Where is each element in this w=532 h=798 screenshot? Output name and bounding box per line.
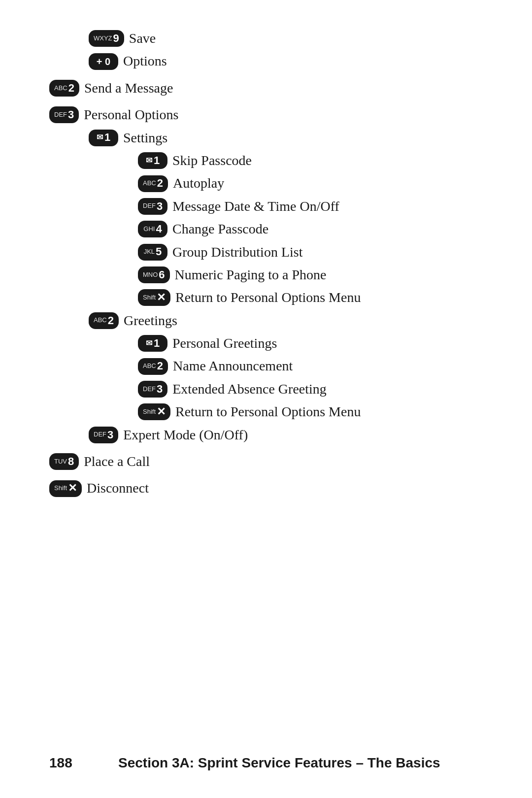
key-label: JKL [144, 248, 155, 256]
item-text: Personal Greetings [172, 334, 277, 352]
key-badge: ABC 2 [138, 175, 168, 192]
item-text: Extended Absence Greeting [172, 380, 327, 398]
item-text: Group Distribution List [172, 243, 302, 261]
key-label: Shift [54, 484, 67, 493]
key-badge: ABC 2 [89, 312, 119, 329]
item-text: Place a Call [84, 453, 150, 470]
item-text: Return to Personal Options Menu [175, 289, 361, 306]
menu-item: Shift✕Return to Personal Options Menu [138, 403, 483, 421]
key-badge: ✉1 [89, 130, 118, 146]
key-label: Shift [143, 294, 156, 302]
menu-item: WXYZ 9Save [89, 30, 483, 47]
key-number: ✕ [68, 481, 77, 496]
key-badge: DEF 3 [49, 106, 79, 123]
key-badge: DEF 3 [138, 198, 167, 215]
menu-item: ABC 2Send a Message [49, 79, 483, 97]
key-number: 9 [113, 32, 119, 46]
key-badge: GHI 4 [138, 221, 167, 237]
key-number: 2 [68, 81, 74, 96]
key-badge: WXYZ 9 [89, 30, 124, 47]
item-text: Save [129, 30, 156, 47]
key-badge: JKL 5 [138, 244, 167, 261]
key-badge: Shift✕ [49, 480, 82, 497]
key-number: 3 [107, 428, 113, 442]
item-text: Greetings [124, 312, 177, 330]
envelope-icon: ✉ [146, 156, 152, 166]
menu-item: ABC 2Greetings [89, 312, 483, 330]
menu-item: DEF 3Personal Options [49, 106, 483, 124]
key-label: WXYZ [94, 34, 112, 43]
envelope-icon: ✉ [97, 133, 103, 143]
menu-item: Shift✕Disconnect [49, 479, 483, 497]
item-text: Autoplay [173, 174, 224, 192]
menu-item: Shift✕Return to Personal Options Menu [138, 289, 483, 306]
menu-item: MNO 6Numeric Paging to a Phone [138, 266, 483, 284]
key-badge: ABC 2 [138, 358, 168, 375]
item-text: Disconnect [87, 479, 149, 497]
item-text: Numeric Paging to a Phone [175, 266, 327, 284]
key-label: GHI [143, 225, 155, 233]
key-number: 1 [154, 336, 160, 351]
key-badge: DEF 3 [138, 381, 167, 398]
key-number: 8 [68, 455, 74, 469]
item-text: Personal Options [84, 106, 178, 124]
key-number: 4 [156, 222, 162, 236]
key-badge: ABC 2 [49, 80, 79, 97]
item-text: Message Date & Time On/Off [172, 198, 339, 215]
key-number: 2 [157, 359, 163, 373]
key-label: DEF [143, 385, 156, 394]
key-number: 3 [157, 382, 163, 397]
key-number: ✕ [157, 291, 166, 305]
key-label: ABC [143, 179, 156, 188]
item-text: Return to Personal Options Menu [175, 403, 361, 421]
key-badge: DEF 3 [89, 427, 118, 443]
footer-title: Section 3A: Sprint Service Features – Th… [118, 755, 440, 771]
item-text: Settings [123, 129, 167, 147]
key-number: 1 [104, 131, 110, 145]
page-number: 188 [49, 755, 89, 771]
key-number: 6 [159, 268, 165, 282]
menu-item: DEF 3Message Date & Time On/Off [138, 198, 483, 215]
key-label: DEF [54, 111, 67, 119]
key-label: DEF [143, 202, 156, 210]
key-badge: Shift✕ [138, 403, 170, 420]
key-number: 1 [154, 154, 160, 168]
menu-item: GHI 4Change Passcode [138, 220, 483, 238]
key-badge: + 0 [89, 53, 118, 70]
menu-item: DEF 3Extended Absence Greeting [138, 380, 483, 398]
key-label: MNO [143, 271, 158, 279]
menu-item: ✉1Skip Passcode [138, 152, 483, 169]
key-number: 2 [108, 314, 114, 328]
menu-item: ABC 2Name Announcement [138, 357, 483, 375]
key-label: ABC [94, 316, 107, 325]
key-label: DEF [94, 431, 106, 439]
key-badge: MNO 6 [138, 266, 170, 283]
page-content: WXYZ 9Save+ 0OptionsABC 2Send a MessageD… [0, 0, 532, 542]
menu-item: ✉1Personal Greetings [138, 334, 483, 352]
item-text: Name Announcement [173, 357, 293, 375]
item-text: Change Passcode [172, 220, 268, 238]
key-number: 3 [68, 108, 74, 122]
key-number: ✕ [157, 405, 166, 419]
item-text: Options [123, 52, 167, 70]
key-label: TUV [54, 458, 67, 466]
key-label: ABC [143, 362, 156, 370]
key-badge: Shift✕ [138, 289, 170, 306]
key-badge: ✉1 [138, 152, 167, 169]
key-number: 2 [157, 176, 163, 191]
menu-item: ABC 2Autoplay [138, 174, 483, 192]
menu-item: DEF 3Expert Mode (On/Off) [89, 426, 483, 444]
key-label: Shift [143, 408, 156, 416]
key-label: ABC [54, 84, 67, 93]
item-text: Send a Message [84, 79, 173, 97]
item-text: Expert Mode (On/Off) [123, 426, 248, 444]
key-badge: TUV 8 [49, 453, 79, 470]
menu-item: + 0Options [89, 52, 483, 70]
key-badge: ✉1 [138, 335, 167, 352]
key-number: 5 [156, 245, 162, 259]
menu-item: JKL 5Group Distribution List [138, 243, 483, 261]
menu-item: TUV 8Place a Call [49, 453, 483, 470]
key-label: + 0 [97, 55, 110, 68]
envelope-icon: ✉ [146, 338, 152, 349]
item-text: Skip Passcode [172, 152, 252, 169]
